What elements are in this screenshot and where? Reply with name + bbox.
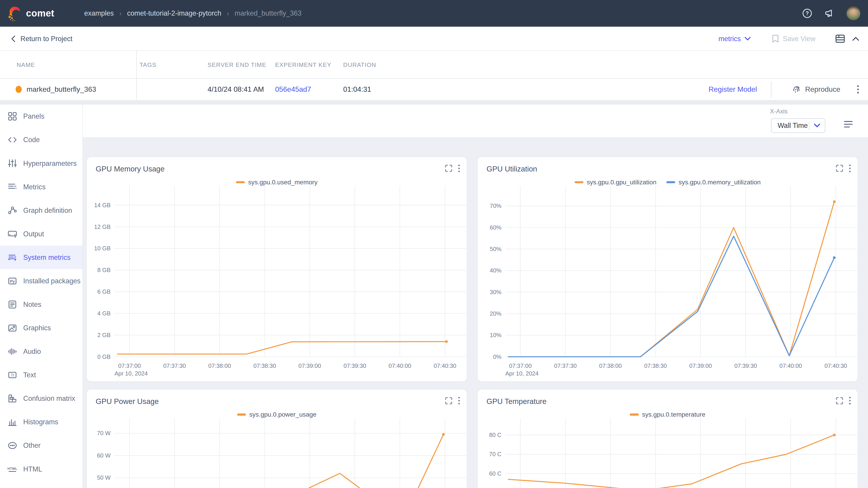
expand-icon[interactable] [836, 397, 843, 404]
svg-text:Apr 10, 2024: Apr 10, 2024 [505, 370, 538, 377]
chart-options-button[interactable] [844, 121, 853, 128]
chart-title: GPU Utilization [487, 165, 537, 173]
help-icon[interactable]: ? [802, 8, 812, 18]
svg-text:HTML: HTML [8, 467, 17, 470]
chart-menu-icon[interactable] [849, 164, 851, 173]
comet-logo[interactable]: comet [8, 5, 54, 22]
metrics-icon [8, 182, 17, 192]
chart-menu-icon[interactable] [458, 164, 460, 173]
svg-text:6 GB: 6 GB [97, 289, 111, 295]
svg-text:0 GB: 0 GB [97, 354, 111, 360]
save-view-button[interactable]: Save View [772, 35, 815, 43]
sidebar-item-label: Text [23, 371, 36, 379]
svg-text:?: ? [806, 10, 809, 16]
expand-icon[interactable] [445, 397, 452, 404]
breadcrumb-item[interactable]: comet-tutorial-2-image-pytorch [127, 9, 221, 17]
svg-text:60 C: 60 C [489, 470, 501, 477]
breadcrumb-item[interactable]: examples [84, 9, 114, 17]
view-dropdown-value: metrics [719, 35, 741, 43]
chart-menu-icon[interactable] [458, 396, 460, 405]
xaxis-dropdown[interactable]: Wall Time [771, 119, 825, 133]
sidebar-item-hyperparameters[interactable]: Hyperparameters [0, 152, 83, 175]
sidebar-item-panels[interactable]: Panels [0, 105, 83, 128]
sidebar-item-installed-packages[interactable]: PyInstalled packages [0, 269, 83, 293]
svg-text:07:37:30: 07:37:30 [163, 363, 186, 369]
chart-card-gpu-power-usage: 0 W10 W20 W30 W40 W50 W60 W70 W07:37:000… [86, 389, 467, 488]
column-header-name: NAME [17, 61, 35, 68]
legend-swatch [236, 181, 245, 184]
register-model-button[interactable]: Register Model [709, 85, 757, 94]
audio-icon [8, 347, 17, 356]
svg-text:70%: 70% [490, 203, 501, 209]
experiment-table: NAME TAGS SERVER END TIME EXPERIMENT KEY… [0, 51, 868, 100]
sidebar-item-graph-definition[interactable]: Graph definition [0, 199, 83, 222]
legend-item[interactable]: sys.gpu.0.temperature [630, 411, 705, 418]
menu-lines-icon [844, 121, 853, 128]
sidebar-item-label: Metrics [23, 183, 46, 191]
table-view-button[interactable] [835, 35, 845, 43]
experiment-key-link[interactable]: 056e45ad7 [275, 85, 311, 94]
legend-item[interactable]: sys.gpu.0.memory_utilization [666, 179, 761, 186]
column-header-duration: DURATION [343, 61, 376, 68]
other-icon [8, 441, 17, 450]
svg-text:07:37:00: 07:37:00 [509, 363, 532, 369]
sidebar-item-system-metrics[interactable]: System metrics [0, 246, 83, 269]
announcements-icon[interactable] [825, 8, 834, 18]
legend-item[interactable]: sys.gpu.0.used_memory [236, 179, 318, 186]
svg-text:2 GB: 2 GB [97, 332, 111, 338]
sidebar-item-output[interactable]: Output [0, 222, 83, 246]
sidebar-item-metrics[interactable]: Metrics [0, 175, 83, 199]
chevron-down-icon [745, 37, 751, 41]
svg-text:07:38:00: 07:38:00 [599, 363, 622, 369]
graphics-icon [8, 323, 17, 333]
sidebar-item-label: HTML [23, 465, 42, 473]
return-to-project-link[interactable]: Return to Project [11, 27, 72, 51]
sidebar-item-other[interactable]: Other [0, 434, 83, 457]
user-avatar[interactable] [846, 6, 860, 20]
experiment-name-link[interactable]: marked_butterfly_363 [27, 85, 96, 94]
row-actions: Register Model Reproduce [709, 78, 859, 100]
experiment-color-dot [16, 86, 22, 93]
sidebar-item-graphics[interactable]: Graphics [0, 316, 83, 340]
logo-text: comet [26, 8, 54, 19]
sidebar-item-confusion-matrix[interactable]: Confusion matrix [0, 387, 83, 410]
chart-card-actions [445, 396, 460, 405]
svg-text:07:40:00: 07:40:00 [779, 363, 802, 369]
sidebar-item-html[interactable]: HTMLHTML [0, 457, 83, 481]
legend-swatch [630, 414, 639, 416]
breadcrumb-separator: › [119, 9, 122, 17]
expand-icon[interactable] [445, 165, 452, 172]
topbar-actions: ? [802, 0, 860, 27]
bookmark-icon [772, 35, 779, 43]
expand-icon[interactable] [836, 165, 843, 172]
svg-text:07:38:00: 07:38:00 [209, 363, 231, 369]
text-icon: Tt [8, 370, 17, 380]
sidebar-item-audio[interactable]: Audio [0, 340, 83, 363]
chart-legend: sys.gpu.0.power_usage [87, 411, 467, 418]
legend-item[interactable]: sys.gpu.0.gpu_utilization [575, 179, 656, 186]
sidebar-item-text[interactable]: TtText [0, 363, 83, 387]
sidebar-item-histograms[interactable]: Histograms [0, 410, 83, 434]
chart-title: GPU Temperature [487, 397, 547, 406]
legend-label: sys.gpu.0.gpu_utilization [587, 179, 656, 186]
legend-item[interactable]: sys.gpu.0.power_usage [237, 411, 316, 418]
app-screen: comet examples›comet-tutorial-2-image-py… [0, 0, 868, 488]
back-chevron-icon [11, 35, 16, 42]
sidebar-item-notes[interactable]: Notes [0, 293, 83, 316]
view-dropdown[interactable]: metrics [719, 35, 751, 43]
breadcrumb-item[interactable]: marked_butterfly_363 [235, 9, 302, 17]
legend-label: sys.gpu.0.power_usage [249, 411, 316, 418]
chart-menu-icon[interactable] [849, 396, 851, 405]
charts-toolbar: X-Axis Wall Time [83, 105, 868, 138]
sidebar-item-label: Notes [23, 300, 41, 308]
experiment-table-header: NAME TAGS SERVER END TIME EXPERIMENT KEY… [0, 51, 868, 78]
svg-text:50 W: 50 W [97, 475, 111, 481]
reproduce-button[interactable]: Reproduce [793, 85, 840, 94]
save-view-label: Save View [783, 35, 815, 43]
legend-label: sys.gpu.0.used_memory [248, 179, 318, 186]
collapse-header-button[interactable] [852, 37, 859, 41]
table-icon [835, 35, 845, 43]
sidebar-item-code[interactable]: Code [0, 128, 83, 152]
row-menu-button[interactable] [857, 85, 859, 94]
svg-text:07:39:00: 07:39:00 [689, 363, 712, 369]
